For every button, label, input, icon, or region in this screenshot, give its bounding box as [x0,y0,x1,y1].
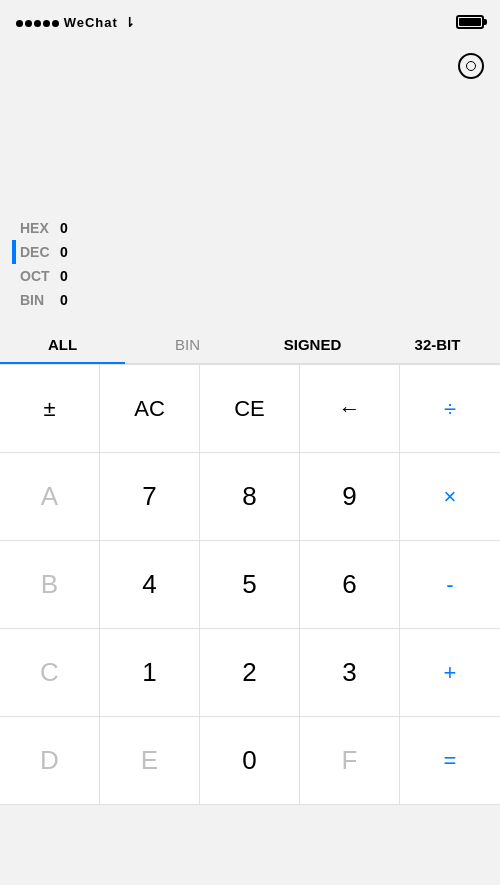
status-bar: WeChat ⇂ [0,0,500,44]
five-button[interactable]: 5 [200,541,300,629]
calc-grid: ±ACCE←÷A789×B456-C123+DE0F= [0,364,500,805]
status-right [450,15,484,29]
minus-button[interactable]: - [400,541,500,629]
divide-button[interactable]: ÷ [400,365,500,453]
rep-value-oct: 0 [60,268,68,284]
signal-dot-3 [34,20,41,27]
battery-fill [459,18,481,26]
mode-tab-bin[interactable]: BIN [125,326,250,363]
rep-row-bin: BIN0 [20,288,480,312]
rep-value-hex: 0 [60,220,68,236]
two-button[interactable]: 2 [200,629,300,717]
wifi-icon: ⇂ [124,15,136,30]
header-actions [446,53,484,79]
e-button: E [100,717,200,805]
d-button: D [0,717,100,805]
rep-row-oct: OCT0 [20,264,480,288]
rep-value-bin: 0 [60,292,68,308]
display-area [0,88,500,208]
nine-button[interactable]: 9 [300,453,400,541]
mode-tabs: ALLBINSIGNED32-BIT [0,326,500,364]
app-header [0,44,500,88]
b-button: B [0,541,100,629]
c-button: C [0,629,100,717]
backspace-button[interactable]: ← [300,365,400,453]
one-button[interactable]: 1 [100,629,200,717]
mode-tab-all[interactable]: ALL [0,326,125,363]
three-button[interactable]: 3 [300,629,400,717]
equals-button[interactable]: = [400,717,500,805]
rep-row-dec: DEC0 [20,240,480,264]
battery-icon [456,15,484,29]
ce-button[interactable]: CE [200,365,300,453]
eight-button[interactable]: 8 [200,453,300,541]
a-button: A [0,453,100,541]
record-inner-icon [466,61,476,71]
zero-button[interactable]: 0 [200,717,300,805]
ac-button[interactable]: AC [100,365,200,453]
rep-label-dec: DEC [20,244,60,260]
mode-tab-signed[interactable]: SIGNED [250,326,375,363]
rep-label-bin: BIN [20,292,60,308]
signal-dot-5 [52,20,59,27]
signal-dots [16,20,59,27]
rep-row-hex: HEX0 [20,216,480,240]
plusminus-button[interactable]: ± [0,365,100,453]
signal-dot-2 [25,20,32,27]
multiply-button[interactable]: × [400,453,500,541]
signal-dot-1 [16,20,23,27]
signal-dot-4 [43,20,50,27]
six-button[interactable]: 6 [300,541,400,629]
carrier-name: WeChat [64,15,118,30]
plus-button[interactable]: + [400,629,500,717]
f-button: F [300,717,400,805]
rep-label-hex: HEX [20,220,60,236]
rep-value-dec: 0 [60,244,68,260]
numeric-representations: HEX0DEC0OCT0BIN0 [0,208,500,320]
four-button[interactable]: 4 [100,541,200,629]
mode-tab-32bit[interactable]: 32-BIT [375,326,500,363]
rep-label-oct: OCT [20,268,60,284]
seven-button[interactable]: 7 [100,453,200,541]
record-button[interactable] [458,53,484,79]
status-left: WeChat ⇂ [16,15,136,30]
